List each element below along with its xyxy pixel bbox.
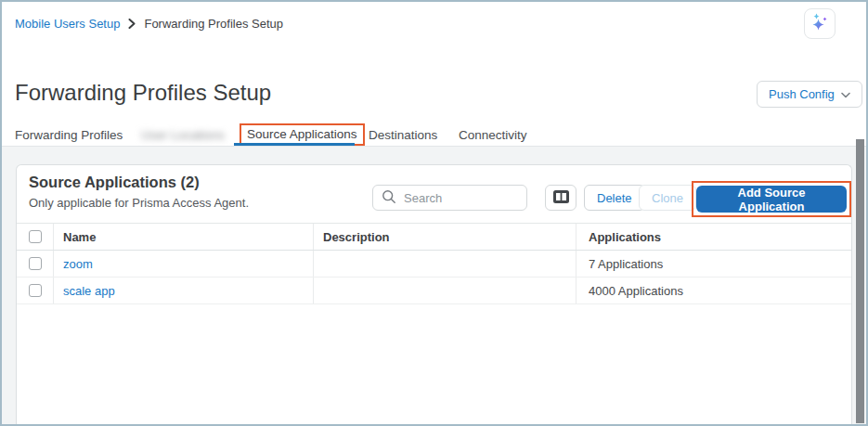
- add-button-annotation-highlight: Add Source Application: [692, 181, 851, 217]
- search-input[interactable]: [404, 191, 518, 205]
- breadcrumb: Mobile Users Setup Forwarding Profiles S…: [15, 17, 283, 31]
- tab-forwarding-profiles[interactable]: Forwarding Profiles: [15, 128, 123, 142]
- row-applications-count: 4000 Applications: [577, 278, 851, 303]
- column-header-applications[interactable]: Applications: [577, 224, 851, 250]
- search-box[interactable]: [372, 185, 527, 211]
- row-checkbox[interactable]: [29, 257, 42, 270]
- column-header-name[interactable]: Name: [54, 224, 314, 250]
- breadcrumb-link-mobile-users-setup[interactable]: Mobile Users Setup: [15, 17, 120, 31]
- chevron-down-icon: [841, 87, 850, 101]
- page-title: Forwarding Profiles Setup: [15, 80, 271, 106]
- search-icon: [382, 189, 396, 207]
- select-all-checkbox[interactable]: [29, 230, 42, 243]
- column-header-description[interactable]: Description: [314, 224, 577, 250]
- ai-assistant-button[interactable]: [804, 8, 836, 39]
- row-description: [314, 278, 577, 303]
- table-row: zoom 7 Applications: [17, 251, 851, 278]
- row-description: [314, 251, 577, 277]
- push-config-label: Push Config: [769, 87, 835, 101]
- ai-sparkle-icon: [810, 12, 830, 35]
- add-source-application-button[interactable]: Add Source Application: [696, 186, 847, 213]
- table-header-row: Name Description Applications: [17, 223, 851, 251]
- tab-destinations[interactable]: Destinations: [369, 128, 437, 142]
- row-applications-count: 7 Applications: [577, 251, 851, 277]
- delete-button[interactable]: Delete: [584, 185, 645, 211]
- tab-user-locations-redacted[interactable]: User Locations: [141, 128, 225, 142]
- panel-title: Source Applications (2): [29, 174, 200, 191]
- row-checkbox[interactable]: [29, 284, 42, 297]
- chevron-right-icon: [128, 19, 136, 29]
- vertical-scrollbar[interactable]: [856, 139, 864, 423]
- row-name-link[interactable]: zoom: [63, 257, 93, 271]
- column-settings-button[interactable]: [545, 185, 577, 211]
- app-window: Mobile Users Setup Forwarding Profiles S…: [0, 0, 868, 426]
- push-config-button[interactable]: Push Config: [757, 81, 862, 108]
- row-name-link[interactable]: scale app: [63, 284, 115, 298]
- panel-subtitle: Only applicable for Prisma Access Agent.: [29, 196, 249, 210]
- breadcrumb-current: Forwarding Profiles Setup: [144, 17, 283, 31]
- columns-icon: [553, 190, 569, 206]
- tab-connectivity[interactable]: Connectivity: [459, 128, 527, 142]
- source-applications-panel: Source Applications (2) Only applicable …: [16, 164, 852, 424]
- table-row: scale app 4000 Applications: [17, 278, 851, 304]
- clone-button[interactable]: Clone: [639, 185, 696, 211]
